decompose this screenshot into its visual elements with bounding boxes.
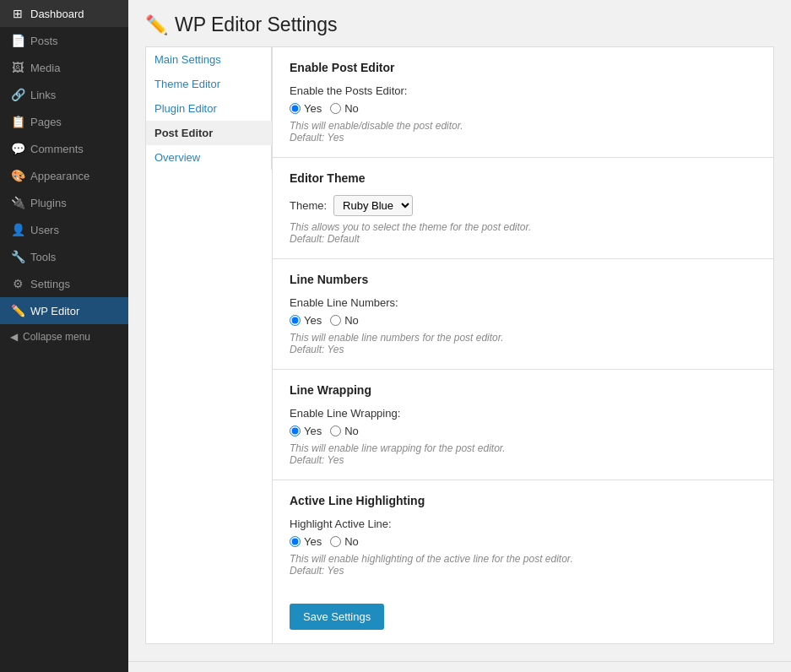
sidebar-item-plugins[interactable]: 🔌 Plugins (0, 189, 128, 216)
sidebar-item-dashboard[interactable]: ⊞ Dashboard (0, 0, 128, 27)
sidebar-item-users[interactable]: 👤 Users (0, 216, 128, 243)
line-wrapping-label: Enable Line Wrapping: (290, 407, 756, 420)
main-content: ✏️ WP Editor Settings Main Settings Them… (128, 0, 791, 672)
active-line-radio-group: Yes No (290, 535, 756, 548)
enable-post-editor-title: Enable Post Editor (290, 61, 756, 74)
editor-theme-title: Editor Theme (290, 171, 756, 185)
line-numbers-hint: This will enable line numbers for the po… (290, 332, 756, 355)
pages-icon: 📋 (10, 115, 25, 128)
line-numbers-label: Enable Line Numbers: (290, 296, 756, 309)
subnav-main-settings[interactable]: Main Settings (146, 47, 272, 72)
users-icon: 👤 (10, 223, 25, 236)
theme-hint: This allows you to select the theme for … (290, 221, 756, 245)
page-title: WP Editor Settings (175, 14, 338, 36)
line-wrapping-no-radio[interactable] (330, 425, 341, 436)
posts-icon: 📄 (10, 34, 25, 47)
collapse-menu-button[interactable]: ◀ Collapse menu (0, 324, 128, 350)
line-wrapping-no-label[interactable]: No (344, 425, 359, 437)
section-enable-post-editor: Enable Post Editor Enable the Posts Edit… (273, 47, 773, 158)
subnav-post-editor[interactable]: Post Editor (146, 121, 272, 145)
page-header-icon: ✏️ (145, 14, 168, 36)
enable-posts-editor-radio-group: Yes No (290, 102, 756, 115)
settings-icon: ⚙ (10, 277, 25, 290)
settings-panel: Enable Post Editor Enable the Posts Edit… (272, 46, 774, 644)
active-line-yes-label[interactable]: Yes (304, 535, 322, 548)
line-numbers-no-radio[interactable] (330, 315, 341, 326)
line-numbers-title: Line Numbers (290, 273, 756, 286)
links-icon: 🔗 (10, 88, 25, 101)
section-active-line: Active Line Highlighting Highlight Activ… (273, 480, 773, 590)
sidebar-item-appearance[interactable]: 🎨 Appearance (0, 162, 128, 189)
active-line-title: Active Line Highlighting (290, 494, 756, 507)
enable-posts-yes-radio[interactable] (290, 103, 301, 114)
sidebar-item-wp-editor[interactable]: ✏️ WP Editor (0, 297, 128, 324)
theme-label: Theme: (290, 199, 327, 212)
line-numbers-no-label[interactable]: No (344, 314, 359, 327)
sidebar-item-tools[interactable]: 🔧 Tools (0, 243, 128, 270)
content-wrapper: Main Settings Theme Editor Plugin Editor… (128, 46, 791, 661)
sidebar-item-posts[interactable]: 📄 Posts (0, 27, 128, 54)
sidebar-item-media[interactable]: 🖼 Media (0, 54, 128, 81)
sub-nav: Main Settings Theme Editor Plugin Editor… (145, 46, 272, 644)
section-editor-theme: Editor Theme Theme: Ruby Blue Default Mo… (273, 158, 773, 259)
footer: Thank you for creating with WordPress. V… (128, 661, 791, 672)
save-settings-button[interactable]: Save Settings (290, 604, 384, 630)
line-wrapping-yes-radio[interactable] (290, 425, 301, 436)
line-numbers-yes-radio[interactable] (290, 315, 301, 326)
active-line-yes-radio[interactable] (290, 536, 301, 547)
active-line-label: Highlight Active Line: (290, 518, 756, 530)
sidebar: ⊞ Dashboard 📄 Posts 🖼 Media 🔗 Links 📋 Pa… (0, 0, 128, 672)
plugins-icon: 🔌 (10, 196, 25, 209)
subnav-overview[interactable]: Overview (146, 145, 272, 170)
dashboard-icon: ⊞ (10, 7, 25, 20)
line-wrapping-hint: This will enable line wrapping for the p… (290, 442, 756, 466)
enable-posts-yes-label[interactable]: Yes (304, 102, 322, 115)
subnav-plugin-editor[interactable]: Plugin Editor (146, 96, 272, 121)
active-line-no-label[interactable]: No (344, 535, 359, 548)
section-line-numbers: Line Numbers Enable Line Numbers: Yes No… (273, 259, 773, 370)
theme-row: Theme: Ruby Blue Default Monokai Twiligh… (290, 195, 756, 216)
theme-select[interactable]: Ruby Blue Default Monokai Twilight Eclip… (333, 195, 413, 216)
section-line-wrapping: Line Wrapping Enable Line Wrapping: Yes … (273, 370, 773, 480)
appearance-icon: 🎨 (10, 169, 25, 182)
active-line-hint: This will enable highlighting of the act… (290, 553, 756, 577)
enable-posts-no-label[interactable]: No (344, 102, 359, 115)
sidebar-item-pages[interactable]: 📋 Pages (0, 108, 128, 135)
enable-posts-hint: This will enable/disable the post editor… (290, 120, 756, 144)
sidebar-item-comments[interactable]: 💬 Comments (0, 135, 128, 162)
active-line-no-radio[interactable] (330, 536, 341, 547)
collapse-arrow-icon: ◀ (10, 331, 18, 343)
line-numbers-radio-group: Yes No (290, 314, 756, 327)
wp-editor-icon: ✏️ (10, 304, 25, 317)
sidebar-item-settings[interactable]: ⚙ Settings (0, 270, 128, 297)
tools-icon: 🔧 (10, 250, 25, 263)
line-wrapping-title: Line Wrapping (290, 383, 756, 397)
sidebar-item-links[interactable]: 🔗 Links (0, 81, 128, 108)
media-icon: 🖼 (10, 61, 25, 74)
line-numbers-yes-label[interactable]: Yes (304, 314, 322, 327)
page-header: ✏️ WP Editor Settings (128, 0, 791, 46)
line-wrapping-yes-label[interactable]: Yes (304, 425, 322, 437)
line-wrapping-radio-group: Yes No (290, 425, 756, 437)
subnav-theme-editor[interactable]: Theme Editor (146, 72, 272, 96)
enable-posts-no-radio[interactable] (330, 103, 341, 114)
comments-icon: 💬 (10, 142, 25, 155)
enable-posts-editor-label: Enable the Posts Editor: (290, 84, 756, 97)
